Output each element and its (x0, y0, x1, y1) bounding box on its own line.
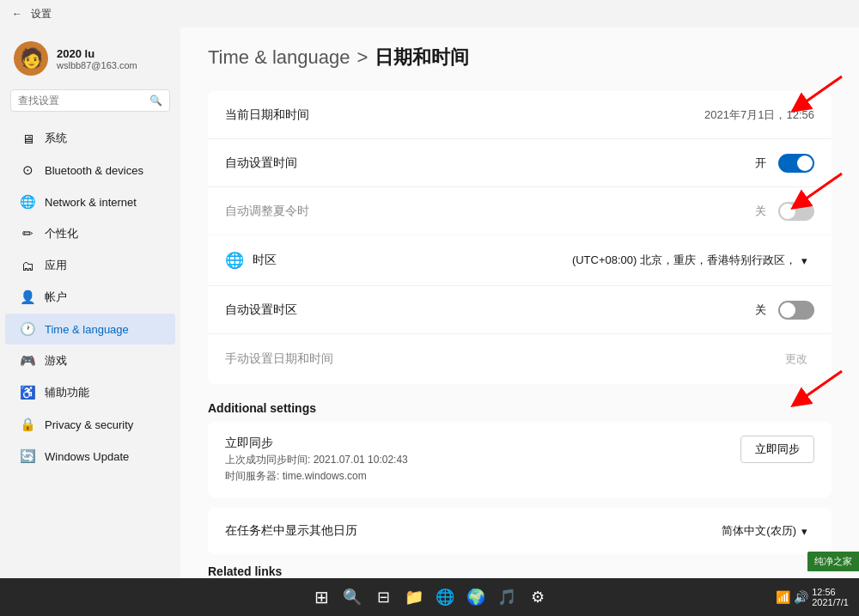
taskbar-start[interactable]: ⊞ (308, 583, 335, 611)
auto-timezone-value: 关 (755, 301, 814, 320)
sidebar-item-personalization-label: 个性化 (45, 226, 78, 241)
sidebar-item-network-label: Network & internet (45, 196, 137, 209)
taskbar-chrome[interactable]: 🌍 (462, 583, 490, 611)
title-bar-label: 设置 (31, 7, 52, 21)
sync-title: 立即同步 (225, 436, 408, 451)
taskbar-right: 📶 🔊 12:562021/7/1 (776, 587, 849, 607)
sidebar-item-windows-update-label: Windows Update (45, 450, 129, 463)
accessibility-icon: ♿ (19, 384, 36, 401)
sidebar-item-time-label: Time & language (45, 323, 129, 336)
breadcrumb-current: 日期和时间 (375, 45, 469, 70)
timezone-dropdown[interactable]: (UTC+08:00) 北京，重庆，香港特别行政区， ▾ (565, 249, 814, 271)
calendar-dropdown-wrapper: 简体中文(农历) ▾ (715, 520, 814, 542)
sidebar-item-accessibility[interactable]: ♿ 辅助功能 (5, 377, 175, 408)
auto-timezone-row: 自动设置时区 关 (208, 286, 832, 334)
taskbar-edge[interactable]: 🌐 (431, 583, 459, 611)
sidebar-item-privacy[interactable]: 🔒 Privacy & security (5, 409, 175, 440)
bluetooth-icon: ⊙ (19, 162, 36, 179)
search-icon: 🔍 (149, 95, 162, 107)
manual-datetime-row: 手动设置日期和时间 更改 (208, 334, 832, 384)
taskbar-center: ⊞ 🔍 ⊟ 📁 🌐 🌍 🎵 ⚙ (308, 583, 551, 611)
auto-time-value: 开 (755, 154, 814, 173)
user-email: wslbb87@163.com (57, 60, 137, 70)
related-links-title: Related links (208, 564, 832, 578)
chevron-down-icon: ▾ (801, 254, 807, 267)
timezone-row: 🌐 时区 (UTC+08:00) 北京，重庆，香港特别行政区， ▾ (208, 235, 832, 286)
user-info: 2020 lu wslbb87@163.com (57, 47, 137, 70)
sidebar-nav: 🖥 系统 ⊙ Bluetooth & devices 🌐 Network & i… (0, 122, 180, 473)
time-icon: 🕐 (19, 320, 36, 338)
main-content: Time & language > 日期和时间 当前日期和时间 2021年7月1… (180, 27, 859, 578)
settings-card-main: 当前日期和时间 2021年7月1日，12:56 自动设置时间 开 自动调整夏令时… (208, 91, 832, 384)
sidebar-item-accessibility-label: 辅助功能 (45, 385, 89, 400)
auto-dst-state: 关 (755, 204, 766, 219)
breadcrumb: Time & language > 日期和时间 (208, 45, 832, 70)
taskbar-settings[interactable]: ⚙ (524, 583, 551, 611)
sidebar-item-privacy-label: Privacy & security (45, 418, 133, 431)
sidebar-item-apps[interactable]: 🗂 应用 (5, 250, 175, 281)
auto-timezone-state: 关 (755, 302, 766, 318)
auto-time-state: 开 (755, 156, 766, 171)
manual-datetime-value: 更改 (778, 348, 814, 370)
sidebar: 🧑 2020 lu wslbb87@163.com 🔍 🖥 系统 ⊙ Bluet… (0, 27, 180, 578)
sync-card: 立即同步 上次成功同步时间: 2021.07.01 10:02:43 时间服务器… (208, 422, 832, 497)
sidebar-item-network[interactable]: 🌐 Network & internet (5, 186, 175, 217)
taskbar-task-view[interactable]: ⊟ (369, 583, 397, 611)
personalization-icon: ✏ (19, 225, 36, 242)
auto-dst-label: 自动调整夏令时 (225, 204, 755, 219)
timezone-text: 时区 (253, 253, 277, 268)
apps-icon: 🗂 (19, 257, 36, 274)
change-datetime-button[interactable]: 更改 (778, 348, 814, 370)
sidebar-item-bluetooth[interactable]: ⊙ Bluetooth & devices (5, 155, 175, 186)
additional-settings-title: Additional settings (208, 401, 832, 415)
breadcrumb-parent[interactable]: Time & language (208, 46, 350, 69)
sync-now-button[interactable]: 立即同步 (740, 436, 814, 463)
back-button[interactable]: ← (10, 7, 24, 21)
sync-last: 上次成功同步时间: 2021.07.01 10:02:43 (225, 453, 408, 467)
auto-time-label: 自动设置时间 (225, 156, 755, 171)
calendar-dropdown[interactable]: 简体中文(农历) ▾ (715, 520, 814, 542)
windows-update-icon: 🔄 (19, 448, 36, 465)
watermark: 纯净之家 (807, 552, 859, 571)
privacy-icon: 🔒 (19, 416, 36, 433)
current-datetime-value: 2021年7月1日，12:56 (704, 107, 814, 123)
sidebar-item-gaming[interactable]: 🎮 游戏 (5, 345, 175, 376)
auto-timezone-toggle[interactable] (778, 301, 814, 320)
sidebar-item-accounts[interactable]: 👤 帐户 (5, 282, 175, 313)
taskbar-file-explorer[interactable]: 📁 (400, 583, 428, 611)
taskbar-media[interactable]: 🎵 (493, 583, 521, 611)
manual-datetime-label: 手动设置日期和时间 (225, 351, 778, 367)
current-datetime-row: 当前日期和时间 2021年7月1日，12:56 (208, 91, 832, 139)
network-icon: 🌐 (19, 193, 36, 210)
timezone-icon: 🌐 (225, 251, 244, 270)
title-bar: ← 设置 (0, 0, 859, 27)
timezone-selected: (UTC+08:00) 北京，重庆，香港特别行政区， (572, 253, 796, 268)
sync-server: 时间服务器: time.windows.com (225, 469, 408, 484)
system-icon: 🖥 (19, 130, 36, 147)
taskbar-volume[interactable]: 🔊 (794, 590, 808, 604)
calendar-row: 在任务栏中显示其他日历 简体中文(农历) ▾ (208, 508, 832, 554)
breadcrumb-sep: > (357, 46, 369, 69)
sidebar-item-time[interactable]: 🕐 Time & language (5, 314, 175, 345)
sidebar-item-personalization[interactable]: ✏ 个性化 (5, 218, 175, 249)
auto-timezone-thumb (780, 302, 795, 318)
auto-time-thumb (797, 156, 813, 171)
auto-dst-value: 关 (755, 202, 814, 221)
calendar-selected: 简体中文(农历) (722, 523, 796, 539)
calendar-card: 在任务栏中显示其他日历 简体中文(农历) ▾ (208, 508, 832, 554)
timezone-label: 🌐 时区 (225, 251, 565, 270)
user-name: 2020 lu (57, 47, 137, 60)
auto-dst-thumb (780, 204, 795, 219)
taskbar-search[interactable]: 🔍 (338, 583, 366, 611)
sidebar-item-system[interactable]: 🖥 系统 (5, 123, 175, 154)
avatar: 🧑 (14, 41, 48, 76)
current-datetime-label: 当前日期和时间 (225, 107, 704, 123)
sidebar-item-windows-update[interactable]: 🔄 Windows Update (5, 441, 175, 472)
sidebar-item-system-label: 系统 (45, 131, 67, 146)
auto-time-toggle[interactable] (778, 154, 814, 173)
search-box[interactable]: 🔍 (10, 89, 170, 112)
taskbar-network[interactable]: 📶 (776, 590, 790, 604)
taskbar: ⊞ 🔍 ⊟ 📁 🌐 🌍 🎵 ⚙ 📶 🔊 12:562021/7/1 (0, 578, 859, 616)
auto-dst-toggle[interactable] (778, 202, 814, 221)
search-input[interactable] (18, 95, 149, 107)
